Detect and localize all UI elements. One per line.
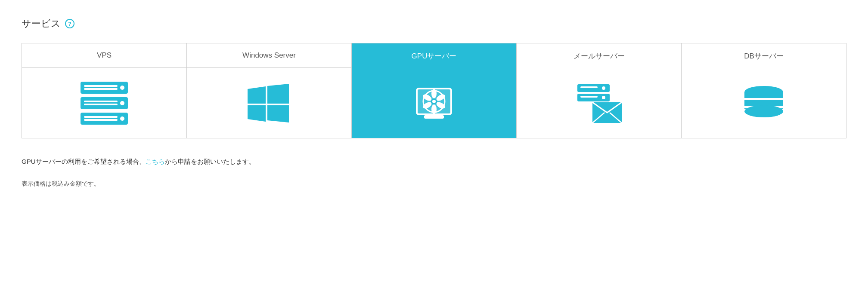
service-card-list: VPS bbox=[22, 43, 846, 138]
svg-rect-26 bbox=[744, 98, 783, 100]
svg-rect-17 bbox=[580, 86, 598, 88]
svg-marker-2 bbox=[248, 105, 266, 122]
svg-marker-1 bbox=[267, 84, 289, 104]
service-card-vps-label: VPS bbox=[22, 43, 186, 68]
help-icon[interactable]: ? bbox=[65, 19, 74, 28]
service-card-gpu-server[interactable]: GPUサーバー bbox=[352, 43, 517, 138]
mail-server-icon bbox=[517, 69, 681, 138]
svg-rect-14 bbox=[424, 115, 444, 119]
service-card-mail-label: メールサーバー bbox=[517, 43, 681, 69]
service-card-db-label: DBサーバー bbox=[682, 43, 846, 69]
svg-point-16 bbox=[602, 86, 605, 90]
gpu-server-icon bbox=[352, 69, 516, 138]
info-text: GPUサーバーの利用をご希望される場合、こちらから申請をお願いいたします。 bbox=[22, 156, 846, 167]
svg-point-28 bbox=[744, 105, 783, 117]
service-card-gpu-label: GPUサーバー bbox=[352, 43, 516, 69]
service-card-windows-label: Windows Server bbox=[187, 43, 351, 68]
svg-rect-20 bbox=[580, 96, 598, 98]
svg-point-6 bbox=[431, 89, 437, 98]
service-card-mail-server[interactable]: メールサーバー bbox=[517, 43, 682, 138]
info-text-before-link: GPUサーバーの利用をご希望される場合、 bbox=[22, 158, 146, 165]
db-server-icon bbox=[682, 69, 846, 138]
svg-point-9 bbox=[431, 104, 437, 114]
svg-point-13 bbox=[432, 100, 436, 103]
price-note: 表示価格は税込み金額です。 bbox=[22, 180, 846, 188]
service-card-db-server[interactable]: DBサーバー bbox=[682, 43, 846, 138]
vps-icon bbox=[22, 68, 186, 138]
svg-point-19 bbox=[602, 96, 605, 99]
service-card-vps[interactable]: VPS bbox=[22, 43, 187, 138]
svg-marker-0 bbox=[248, 86, 266, 104]
windows-icon bbox=[187, 68, 351, 138]
service-card-windows-server[interactable]: Windows Server bbox=[187, 43, 352, 138]
page-title: サービス bbox=[22, 17, 61, 30]
svg-marker-3 bbox=[267, 105, 289, 122]
page-header: サービス ? bbox=[22, 17, 846, 30]
info-link[interactable]: こちら bbox=[146, 158, 165, 165]
info-text-after-link: から申請をお願いいたします。 bbox=[165, 158, 255, 165]
